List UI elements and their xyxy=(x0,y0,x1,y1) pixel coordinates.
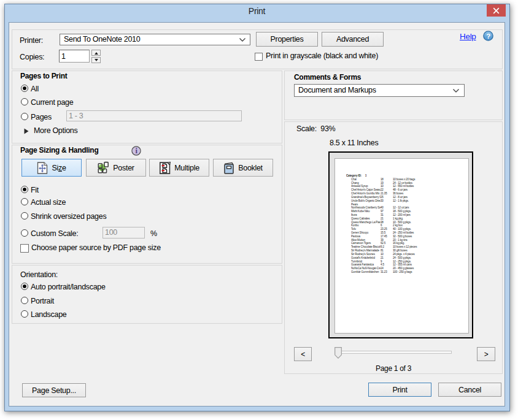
svg-text:?: ? xyxy=(486,32,490,40)
